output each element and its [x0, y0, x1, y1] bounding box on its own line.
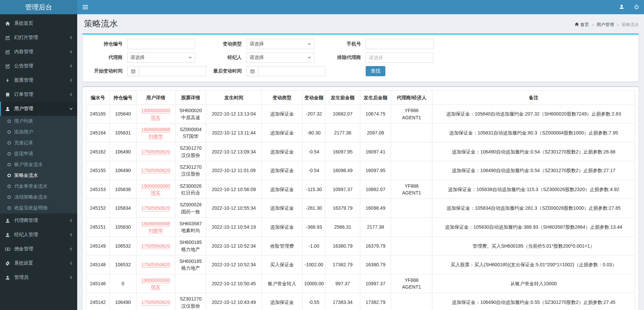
user-link[interactable]: 刘德华: [138, 133, 174, 140]
breadcrumb-user-mgmt[interactable]: 用户管理: [596, 22, 614, 28]
cell-change-type: 追加保证金: [262, 293, 303, 310]
sidebar-subitem[interactable]: 充值记录: [0, 138, 77, 148]
user-link[interactable]: 17505950620: [138, 243, 174, 249]
user-link[interactable]: 17505950620: [138, 299, 174, 306]
sidebar-subitem[interactable]: 代金券资金流水: [0, 181, 77, 192]
logout-button[interactable]: [629, 0, 644, 14]
cell-user-detail: 19000000000现实: [136, 274, 175, 293]
table-row: 245162 106490 17505950620 SZ301270汉仪股份 2…: [86, 142, 635, 161]
cell-change-type: 追加保证金: [262, 105, 303, 124]
cell-time: 2022-10-12 13:09:34: [206, 142, 262, 161]
cell-agent-broker: [391, 218, 432, 236]
filter-label: 排除代理商: [321, 55, 366, 61]
sidebar-subitem[interactable]: 账户资金流水: [0, 159, 77, 170]
calendar-icon: [246, 66, 258, 76]
sidebar-item[interactable]: 代理商管理: [0, 213, 77, 228]
user-link[interactable]: 19000000000: [138, 277, 174, 284]
sidebar-item[interactable]: 佣金管理: [0, 242, 77, 256]
cell-user-detail: 17505950620: [136, 236, 175, 255]
sidebar-subitem[interactable]: 收益宝收益明细: [0, 203, 77, 213]
cell-time: 2022-10-12 10:43:49: [206, 293, 262, 310]
sidebar-subitem[interactable]: 冻结策略金流水: [0, 192, 77, 203]
sidebar-item[interactable]: 经纪人管理: [0, 228, 77, 242]
circle-icon: [7, 185, 11, 188]
sidebar-item[interactable]: 用户管理: [0, 102, 77, 116]
cell-remark: 从账户资金转入10000: [432, 274, 635, 293]
cell-user-detail: 18088888888刘德华: [136, 123, 175, 142]
cell-position-no: 105830: [110, 218, 136, 236]
filter-label: 开始变动时间: [83, 68, 127, 74]
cell-before-amount: 16098.49: [325, 161, 360, 180]
end-time-input[interactable]: [258, 66, 325, 76]
sidebar-item-label: 代理商管理: [14, 218, 38, 224]
search-button[interactable]: 查找: [366, 66, 385, 76]
user-icon: [5, 232, 11, 237]
cell-user-detail: 17505950620: [136, 199, 175, 218]
cell-change-amount: -1002.00: [303, 255, 325, 274]
sidebar-item[interactable]: 幻灯片管理: [0, 30, 77, 45]
phone-input[interactable]: [366, 39, 433, 49]
chevron-down-icon: [188, 55, 192, 60]
user-menu-button[interactable]: [614, 0, 629, 14]
table-row: 245151 105830 18088888888刘德华 SH603587地素时…: [86, 218, 635, 236]
user-link[interactable]: 现实: [138, 189, 174, 196]
breadcrumb-home[interactable]: 首页: [575, 22, 589, 28]
column-header: 发生前金额: [325, 91, 360, 105]
sidebar-item[interactable]: 公告管理: [0, 59, 77, 73]
sidebar-item[interactable]: 内容管理: [0, 45, 77, 59]
sidebar-item[interactable]: 系统设置: [0, 256, 77, 270]
cell-position-no: 106532: [110, 236, 136, 255]
sidebar-subitem[interactable]: 策略金流水: [0, 170, 77, 181]
filter-label: 变动类型: [202, 41, 246, 47]
sidebar-item[interactable]: 管理员: [0, 270, 77, 285]
filter-panel: 持仓编号 变动类型 请选择 手机号 代理商 请选择: [82, 34, 639, 82]
cell-change-type: 追加保证金: [262, 180, 303, 199]
sidebar-subitem-label: 提现申请: [14, 151, 33, 157]
cell-user-detail: 19000000000现实: [136, 180, 175, 199]
cell-remark: 追加保证金：105834自动追加履约金:281.3（SZ000028股数1000…: [432, 199, 635, 218]
cell-change-amount: -0.55: [303, 293, 325, 310]
user-link[interactable]: 17505950620: [138, 205, 174, 211]
position-no-input[interactable]: [127, 39, 195, 49]
start-time-input[interactable]: [139, 66, 206, 76]
user-link[interactable]: 19000000000: [138, 107, 174, 114]
calendar-icon: [127, 66, 139, 76]
sidebar-subitem[interactable]: 用户列表: [0, 116, 77, 127]
table-row: 245146 0 19000000000现实 2022-10-12 10:50:…: [86, 274, 635, 293]
agent-select[interactable]: 请选择: [127, 53, 195, 63]
column-header: 备注: [432, 91, 635, 105]
cell-stock-detail: SH600185格力地产: [175, 236, 206, 255]
cell-remark: 管理费。买入SH600185（当前价5.01*股数200*0.001=1）: [432, 236, 635, 255]
cell-after-amount: 2097.08: [360, 123, 391, 142]
change-type-select[interactable]: 请选择: [246, 39, 314, 49]
cell-change-type: 追加保证金: [262, 218, 303, 236]
sidebar-item[interactable]: 订单管理: [0, 87, 77, 102]
cell-time: 2022-10-12 10:55:34: [206, 199, 262, 218]
user-link[interactable]: 17505950620: [138, 261, 174, 268]
user-link[interactable]: 刘德华: [138, 227, 174, 234]
user-link[interactable]: 现实: [138, 284, 174, 290]
cell-serial-no: 245165: [86, 105, 110, 124]
breadcrumb-current: 策略流水: [621, 22, 639, 28]
exclude-agent-input[interactable]: [366, 53, 433, 63]
user-link[interactable]: 17505950620: [138, 167, 174, 174]
sidebar-toggle-button[interactable]: [77, 0, 93, 14]
sidebar-item[interactable]: 股票管理: [0, 73, 77, 87]
user-link[interactable]: 17505950620: [138, 148, 174, 155]
user-link[interactable]: 19000000000: [138, 183, 174, 189]
sidebar-subitem[interactable]: 添加用户: [0, 127, 77, 138]
sidebar-subitem[interactable]: 提现申请: [0, 148, 77, 159]
gear-icon: [5, 261, 11, 266]
book-icon: [5, 92, 11, 97]
sidebar: 系统首页 幻灯片管理 内容管理 公告管理 股票管理 订单管理: [0, 14, 77, 310]
chevron-left-icon: [69, 64, 73, 68]
broker-select[interactable]: 请选择: [246, 53, 314, 63]
user-icon: [619, 4, 624, 11]
app-logo[interactable]: 管理后台: [0, 0, 77, 14]
cell-after-amount: 17382.79: [360, 293, 391, 310]
sidebar-item[interactable]: 系统首页: [0, 16, 77, 30]
user-link[interactable]: 现实: [138, 114, 174, 121]
user-link[interactable]: 18088888888: [138, 220, 174, 227]
column-header: 变动金额: [303, 91, 325, 105]
user-link[interactable]: 18088888888: [138, 126, 174, 133]
